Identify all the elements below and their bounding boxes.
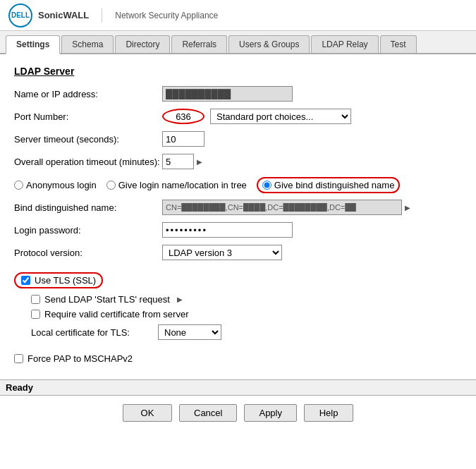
header-logo: DELL SonicWALL Network Security Applianc…	[8, 4, 218, 28]
header-divider	[102, 8, 102, 23]
status-text: Ready	[6, 382, 33, 393]
send-start-tls-label[interactable]: Send LDAP 'Start TLS' request ▶	[31, 294, 462, 305]
op-timeout-row: Overall operation timeout (minutes): ▶	[14, 153, 462, 170]
cancel-button[interactable]: Cancel	[179, 404, 237, 422]
bind-dn-input[interactable]	[162, 200, 402, 215]
login-password-input[interactable]	[162, 222, 293, 238]
require-cert-checkbox[interactable]	[31, 310, 40, 319]
tab-users-groups[interactable]: Users & Groups	[228, 35, 310, 53]
arrow-icon: ▶	[197, 158, 202, 166]
local-cert-row: Local certificate for TLS: None	[31, 324, 462, 341]
name-row: Name or IP address:	[14, 85, 462, 102]
op-timeout-label: Overall operation timeout (minutes):	[14, 157, 162, 167]
port-row: Port Number: Standard port choices...	[14, 108, 462, 125]
bind-dn-arrow-icon: ▶	[405, 204, 410, 212]
tab-referrals[interactable]: Referrals	[171, 35, 227, 53]
tab-settings[interactable]: Settings	[6, 35, 60, 54]
radio-give-login-label[interactable]: Give login name/location in tree	[106, 180, 247, 190]
server-timeout-row: Server timeout (seconds):	[14, 130, 462, 147]
protocol-label: Protocol version:	[14, 248, 162, 258]
brand-name: SonicWALL	[38, 10, 89, 20]
help-button[interactable]: Help	[304, 404, 353, 422]
ok-button[interactable]: OK	[123, 404, 172, 422]
require-cert-label[interactable]: Require valid certificate from server	[31, 309, 462, 319]
op-timeout-input[interactable]	[162, 154, 194, 169]
force-pap-label[interactable]: Force PAP to MSCHAPv2	[14, 353, 462, 364]
section-title: LDAP Server	[14, 66, 462, 77]
force-pap-checkbox[interactable]	[14, 354, 23, 363]
login-password-label: Login password:	[14, 225, 162, 236]
send-start-tls-checkbox[interactable]	[31, 295, 40, 304]
local-cert-select[interactable]: None	[158, 324, 221, 340]
header-subtitle: Network Security Appliance	[115, 11, 218, 20]
status-bar: Ready	[0, 379, 476, 396]
server-timeout-input[interactable]	[162, 131, 205, 147]
bottom-buttons: OK Cancel Apply Help	[0, 396, 476, 430]
send-start-tls-row: Send LDAP 'Start TLS' request ▶ Require …	[31, 294, 462, 341]
radio-give-bind[interactable]	[262, 181, 271, 190]
bind-dn-row: Bind distinguished name: ▶	[14, 199, 462, 216]
name-input[interactable]	[162, 86, 293, 102]
apply-button[interactable]: Apply	[244, 404, 297, 422]
name-label: Name or IP address:	[14, 89, 162, 99]
login-password-row: Login password:	[14, 221, 462, 238]
tab-test[interactable]: Test	[380, 35, 417, 53]
tabs-bar: Settings Schema Directory Referrals User…	[0, 31, 476, 54]
port-select[interactable]: Standard port choices...	[210, 109, 351, 124]
radio-anon[interactable]	[14, 181, 23, 190]
port-input[interactable]	[162, 109, 205, 124]
radio-anon-label[interactable]: Anonymous login	[14, 180, 97, 190]
server-timeout-label: Server timeout (seconds):	[14, 134, 162, 145]
use-tls-label[interactable]: Use TLS (SSL)	[14, 272, 103, 288]
protocol-select[interactable]: LDAP version 3 LDAP version 2	[162, 245, 282, 260]
bind-dn-label: Bind distinguished name:	[14, 202, 162, 213]
start-tls-arrow-icon: ▶	[177, 296, 183, 303]
radio-give-login[interactable]	[106, 181, 116, 190]
tab-directory[interactable]: Directory	[115, 35, 170, 53]
tab-ldap-relay[interactable]: LDAP Relay	[311, 35, 378, 53]
tab-schema[interactable]: Schema	[61, 35, 114, 53]
protocol-row: Protocol version: LDAP version 3 LDAP ve…	[14, 244, 462, 261]
port-label: Port Number:	[14, 111, 162, 122]
main-content: LDAP Server Name or IP address: Port Num…	[0, 54, 476, 379]
local-cert-label: Local certificate for TLS:	[31, 327, 158, 338]
use-tls-checkbox[interactable]	[21, 276, 30, 285]
dell-logo-icon: DELL	[8, 4, 32, 28]
header: DELL SonicWALL Network Security Applianc…	[0, 0, 476, 31]
radio-give-bind-label[interactable]: Give bind distinguished name	[257, 177, 401, 193]
radio-group: Anonymous login Give login name/location…	[14, 177, 462, 193]
